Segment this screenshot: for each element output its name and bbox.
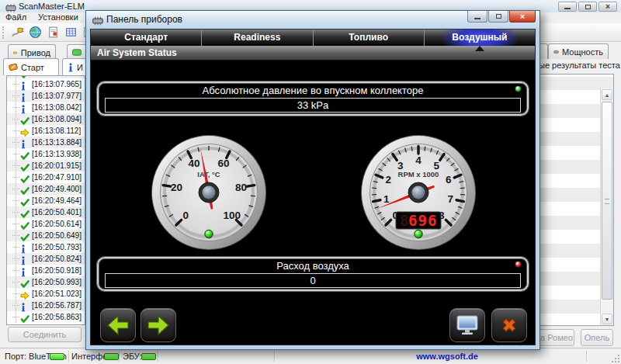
log-row[interactable]: [16:13:07.965] bbox=[7, 78, 85, 90]
dialog-titlebar[interactable]: Панель приборов × bbox=[86, 11, 539, 29]
connector-icon[interactable] bbox=[10, 26, 24, 40]
exit-button[interactable] bbox=[491, 308, 527, 342]
svg-text:20: 20 bbox=[171, 182, 182, 193]
menu-settings[interactable]: Установки bbox=[38, 12, 78, 23]
status-separator bbox=[158, 351, 159, 362]
log-row[interactable]: [16:13:07.977] bbox=[7, 90, 85, 102]
website-link[interactable]: www.wgsoft.de bbox=[388, 352, 506, 361]
log-row[interactable]: [16:13:13.884] bbox=[7, 137, 85, 148]
tab-start-label: Старт bbox=[21, 63, 44, 72]
grid-icon[interactable] bbox=[64, 26, 78, 40]
dashboard-dialog: Панель приборов × СтандартReadinessТопли… bbox=[85, 10, 540, 350]
tree-connector bbox=[12, 177, 19, 178]
log-row[interactable]: [16:20:51.023] bbox=[7, 288, 85, 300]
dialog-body: СтандартReadinessТопливоВоздушный Air Sy… bbox=[90, 29, 536, 345]
log-row[interactable]: [16:20:50.614] bbox=[7, 218, 85, 230]
tab-info[interactable]: И bbox=[62, 58, 88, 75]
saved-results-list[interactable]: ▲ ▼ bbox=[537, 74, 614, 326]
log-row[interactable]: [16:13:08.112] bbox=[7, 125, 85, 137]
tree-connector bbox=[12, 224, 19, 224]
saved-results-label: ые результаты теста bbox=[539, 61, 621, 70]
dialog-close-button[interactable]: × bbox=[509, 11, 536, 23]
dialog-title: Панель приборов bbox=[106, 14, 182, 25]
prev-page-button[interactable] bbox=[100, 308, 136, 342]
display-settings-button[interactable] bbox=[449, 308, 485, 342]
next-page-button[interactable] bbox=[141, 308, 176, 342]
maf-readout-panel: Расход воздуха 0 bbox=[97, 257, 529, 291]
scroll-down-icon[interactable]: ▼ bbox=[602, 314, 612, 324]
tab-power[interactable]: Мощность bbox=[548, 43, 609, 59]
tree-connector bbox=[12, 119, 19, 120]
log-row[interactable]: [16:20:49.400] bbox=[7, 183, 85, 195]
tab-partial-green[interactable] bbox=[67, 44, 87, 60]
log-timestamp: [16:13:07.965] bbox=[32, 80, 82, 88]
log-row[interactable]: [16:13:13.938] bbox=[7, 148, 85, 160]
resize-grip[interactable] bbox=[610, 353, 619, 362]
close-icon: × bbox=[520, 12, 525, 21]
log-check-icon bbox=[20, 150, 30, 159]
log-row[interactable]: [16:20:50.649] bbox=[7, 230, 85, 241]
log-timestamp: [16:13:08.094] bbox=[32, 115, 82, 123]
tree-connector bbox=[12, 270, 19, 271]
svg-text:8: 8 bbox=[400, 212, 408, 229]
log-timestamp: [16:20:50.918] bbox=[32, 266, 82, 275]
log-row[interactable]: [16:20:56.787] bbox=[7, 300, 85, 311]
log-timestamp: [16:20:49.464] bbox=[32, 196, 82, 205]
log-row[interactable]: [16:20:50.993] bbox=[7, 276, 85, 288]
menu-file[interactable]: Файл bbox=[5, 12, 26, 23]
status-separator bbox=[274, 351, 276, 362]
dialog-tab-стандарт[interactable]: Стандарт bbox=[91, 29, 201, 46]
maf-readout-value: 0 bbox=[105, 273, 521, 288]
log-timestamp: [16:20:50.649] bbox=[32, 231, 82, 240]
globe-icon[interactable] bbox=[28, 26, 42, 40]
minimize-button[interactable] bbox=[558, 2, 577, 12]
minimize-icon bbox=[474, 18, 480, 19]
connect-button[interactable]: Соединить bbox=[8, 327, 82, 342]
romeo-button[interactable]: а Ромео bbox=[539, 329, 574, 346]
log-timestamp: [16:20:56.787] bbox=[32, 301, 82, 310]
log-row[interactable]: [16:13:08.042] bbox=[7, 102, 85, 113]
status-separator bbox=[119, 351, 120, 362]
scrollbar-thumb[interactable] bbox=[602, 102, 612, 300]
monitor-icon bbox=[454, 312, 480, 338]
close-icon: × bbox=[605, 3, 610, 11]
tab-privod[interactable]: Привод bbox=[8, 44, 56, 60]
close-button[interactable]: × bbox=[598, 2, 617, 12]
tree-connector bbox=[12, 235, 19, 236]
svg-text:60: 60 bbox=[218, 158, 230, 169]
file-icon[interactable] bbox=[46, 26, 60, 40]
maf-readout-title: Расход воздуха bbox=[99, 260, 527, 272]
dialog-tab-воздушный[interactable]: Воздушный bbox=[424, 29, 535, 46]
chip-icon bbox=[553, 48, 559, 56]
log-timestamp: [16:13:08.112] bbox=[32, 127, 81, 135]
log-arrow-icon bbox=[20, 127, 30, 136]
log-row[interactable]: [16:20:50.824] bbox=[7, 253, 85, 265]
log-check-icon bbox=[20, 208, 30, 217]
tab-start[interactable]: Старт bbox=[3, 58, 59, 75]
log-row[interactable]: [16:20:01.915] bbox=[7, 160, 85, 172]
maximize-button[interactable] bbox=[578, 2, 597, 12]
log-check-icon bbox=[20, 278, 30, 287]
log-row[interactable]: [16:20:47.910] bbox=[7, 172, 85, 183]
log-row[interactable]: [16:20:50.401] bbox=[7, 206, 85, 218]
log-timestamp: [16:20:50.993] bbox=[32, 278, 82, 286]
log-check-icon bbox=[20, 115, 30, 124]
opel-button[interactable]: Опель bbox=[581, 329, 613, 346]
svg-text:6: 6 bbox=[446, 174, 452, 185]
log-tree-panel: [16:13:07.965][16:13:07.977][16:13:08.04… bbox=[6, 75, 85, 325]
dialog-minimize-button[interactable] bbox=[467, 11, 487, 23]
dialog-maximize-button[interactable] bbox=[488, 11, 508, 23]
results-scrollbar[interactable]: ▲ ▼ bbox=[600, 88, 613, 325]
tree-connector bbox=[12, 154, 19, 154]
scroll-up-icon[interactable]: ▲ bbox=[602, 89, 612, 100]
log-row[interactable]: [16:20:56.863] bbox=[7, 311, 85, 323]
dialog-tab-readiness[interactable]: Readiness bbox=[201, 29, 312, 46]
log-row[interactable]: [16:20:50.793] bbox=[7, 241, 85, 253]
dialog-tab-топливо[interactable]: Топливо bbox=[313, 29, 424, 46]
svg-text:RPM x 1000: RPM x 1000 bbox=[398, 170, 439, 179]
air-system-status-header: Air System Status bbox=[91, 46, 535, 61]
log-timestamp: [16:20:56.863] bbox=[32, 313, 82, 321]
log-row[interactable]: [16:20:50.918] bbox=[7, 265, 85, 276]
log-row[interactable]: [16:20:49.464] bbox=[7, 195, 85, 206]
log-row[interactable]: [16:13:08.094] bbox=[7, 113, 85, 125]
